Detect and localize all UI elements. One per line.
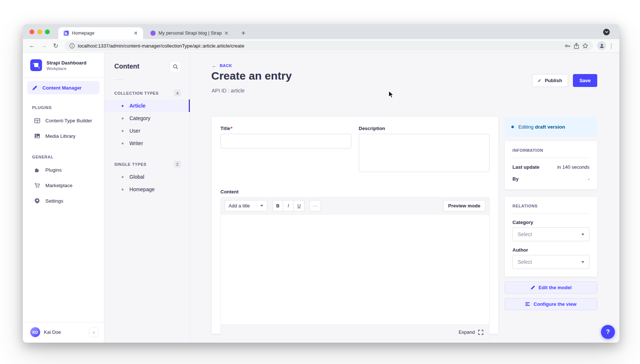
collapse-sidebar-button[interactable]: ‹ [89, 327, 99, 337]
expand-button[interactable]: Expand [459, 329, 475, 335]
minimize-window-button[interactable] [37, 29, 42, 34]
tab-strapi-blog[interactable]: My personal Strapi blog | Strap ✕ [146, 27, 234, 39]
save-button[interactable]: Save [573, 74, 597, 87]
relations-card: RELATIONS Category Select Author Select [505, 197, 597, 277]
description-textarea[interactable] [359, 134, 490, 172]
title-field-label: Title* [220, 126, 351, 131]
divider [512, 158, 589, 158]
tab-close-icon[interactable]: ✕ [223, 30, 230, 36]
tab-close-icon[interactable]: ✕ [132, 30, 139, 36]
subnav-item-homepage[interactable]: Homepage [104, 183, 190, 196]
sidebar-item-marketplace[interactable]: Marketplace [27, 178, 100, 193]
search-button[interactable] [170, 61, 181, 72]
tab-homepage[interactable]: Homepage ✕ [58, 27, 143, 39]
browser-menu-icon[interactable]: ⋮ [608, 45, 614, 47]
sidebar-item-label: Marketplace [45, 183, 73, 188]
filter-lines-icon [525, 302, 530, 306]
back-link[interactable]: ← BACK [212, 63, 232, 68]
workspace-brand[interactable]: Strapi Dashboard Workplace [23, 53, 104, 77]
browser-profile-avatar[interactable] [597, 41, 606, 50]
italic-button[interactable]: I [283, 200, 294, 211]
browser-window: Homepage ✕ My personal Strapi blog | Str… [23, 24, 619, 343]
category-select[interactable]: Select [512, 227, 589, 241]
user-avatar[interactable]: KD [30, 327, 40, 337]
pen-icon [32, 85, 38, 91]
sidebar-item-label: Media Library [45, 133, 76, 139]
subnav-item-label: Article [129, 103, 146, 109]
address-bar[interactable]: localhost:1337/admin/content-manager/col… [65, 41, 593, 51]
password-key-icon[interactable] [564, 43, 571, 49]
preview-mode-button[interactable]: Preview mode [443, 200, 486, 211]
sidebar-item-label: Content Manager [42, 85, 81, 91]
subnav-item-article[interactable]: Article [104, 99, 190, 112]
browser-toolbar: ← → ↻ localhost:1337/admin/content-manag… [23, 39, 619, 53]
description-field-label: Description [359, 126, 490, 131]
subnav-item-global[interactable]: Global [104, 171, 190, 183]
divider [114, 80, 123, 80]
back-arrow-icon: ← [212, 63, 217, 68]
share-icon[interactable] [574, 43, 579, 49]
bullet-icon [122, 130, 124, 132]
tab-title: Homepage [72, 31, 132, 36]
check-icon: ✓ [538, 78, 542, 83]
bold-button[interactable]: B [272, 200, 283, 211]
expand-icon[interactable] [478, 330, 483, 335]
plugins-section-header: PLUGINS [32, 105, 104, 110]
back-nav-icon[interactable]: ← [27, 41, 37, 50]
search-icon [173, 64, 178, 69]
relations-header: RELATIONS [512, 204, 589, 208]
subnav-item-writer[interactable]: Writer [104, 137, 190, 150]
editor-body[interactable] [221, 214, 489, 324]
last-update-value: in 140 seconds [557, 164, 589, 170]
help-button[interactable]: ? [601, 325, 615, 339]
heading-select[interactable]: Add a title [225, 200, 267, 211]
app-subtitle: Workplace [46, 66, 86, 71]
zoom-window-button[interactable] [45, 29, 50, 34]
sidebar-item-label: Settings [45, 198, 63, 204]
information-header: INFORMATION [512, 148, 589, 153]
title-input[interactable] [220, 134, 351, 148]
collection-types-count: 4 [174, 90, 181, 97]
puzzle-icon [34, 167, 40, 173]
user-name: Kai Doe [44, 329, 85, 335]
tab-search-button[interactable] [603, 29, 610, 35]
user-row: KD Kai Doe ‹ [23, 322, 104, 343]
underline-button[interactable]: U [294, 200, 305, 211]
chevron-down-icon [260, 205, 263, 207]
author-select[interactable]: Select [512, 255, 589, 269]
tab-strip: Homepage ✕ My personal Strapi blog | Str… [23, 24, 619, 39]
strapi-app: Strapi Dashboard Workplace Content Manag… [23, 53, 619, 343]
sidebar-item-settings[interactable]: Settings [27, 193, 100, 209]
person-icon [599, 43, 605, 49]
publish-button[interactable]: ✓ Publish [532, 74, 568, 87]
bullet-icon [122, 105, 124, 107]
subnav-item-category[interactable]: Category [104, 112, 190, 125]
forward-nav-icon[interactable]: → [39, 41, 49, 50]
subnav-item-label: Homepage [129, 186, 155, 192]
sidebar-item-media-library[interactable]: Media Library [27, 128, 100, 144]
draft-status-text: Editing draft version [518, 124, 565, 130]
site-info-icon[interactable] [69, 43, 75, 49]
edit-model-button[interactable]: Edit the model [505, 281, 597, 294]
rich-text-editor: Add a title B I U ... Preview mode [220, 197, 490, 340]
sidebar-item-plugins[interactable]: Plugins [27, 162, 100, 178]
sidebar-item-content-manager[interactable]: Content Manager [27, 81, 100, 94]
editor-footer: Expand [221, 324, 489, 340]
close-window-button[interactable] [29, 29, 34, 34]
by-row: By - [512, 176, 589, 182]
pencil-icon [531, 285, 535, 290]
more-formatting-button[interactable]: ... [310, 200, 321, 211]
new-tab-button[interactable]: + [238, 28, 248, 38]
single-types-count: 2 [174, 161, 181, 168]
reload-icon[interactable]: ↻ [51, 41, 60, 50]
bookmark-star-icon[interactable] [582, 43, 588, 49]
gear-icon [34, 198, 40, 204]
sidebar-item-content-type-builder[interactable]: Content-Type Builder [27, 113, 100, 128]
side-panel: Editing draft version INFORMATION Last u… [505, 117, 597, 310]
information-card: INFORMATION Last update in 140 seconds B… [505, 141, 597, 189]
subnav-item-user[interactable]: User [104, 125, 190, 137]
subnav-title: Content [114, 63, 139, 70]
main-sidebar: Strapi Dashboard Workplace Content Manag… [23, 53, 104, 343]
chevron-down-icon [581, 234, 584, 235]
configure-view-button[interactable]: Configure the view [505, 298, 597, 310]
